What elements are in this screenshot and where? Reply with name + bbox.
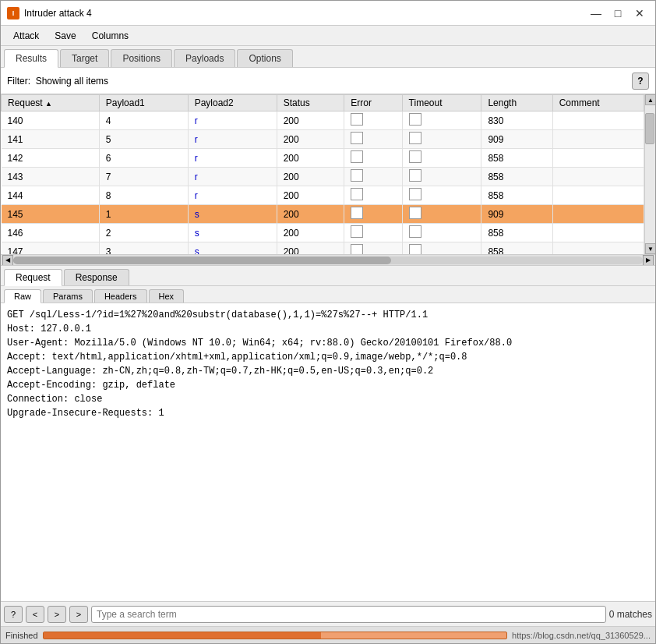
- table-cell-7: [552, 149, 644, 168]
- results-table-section: Request ▲ Payload1 Payload2 Status Error…: [1, 94, 655, 266]
- content-line: Upgrade-Insecure-Requests: 1: [7, 406, 649, 420]
- table-row[interactable]: 1415r200909: [2, 130, 644, 149]
- col-payload2[interactable]: Payload2: [188, 95, 277, 111]
- table-cell-2: r: [188, 149, 277, 168]
- tab-positions[interactable]: Positions: [111, 49, 172, 67]
- col-error[interactable]: Error: [344, 95, 402, 111]
- col-status[interactable]: Status: [277, 95, 344, 111]
- subtab-request[interactable]: Request: [4, 269, 62, 286]
- search-bar: ? < > > 0 matches: [1, 601, 655, 626]
- h-scroll-track[interactable]: [13, 257, 643, 264]
- status-text: Finished: [5, 631, 38, 640]
- progress-bar: [43, 632, 507, 639]
- table-cell-1: 1: [99, 205, 188, 224]
- filter-bar: Filter: Showing all items ?: [1, 68, 655, 94]
- filter-label: Filter: Showing all items: [7, 76, 108, 87]
- col-payload1[interactable]: Payload1: [99, 95, 188, 111]
- table-vertical-scrollbar[interactable]: ▲ ▼: [644, 94, 655, 254]
- results-table: Request ▲ Payload1 Payload2 Status Error…: [1, 94, 644, 254]
- table-row[interactable]: 1426r200858: [2, 149, 644, 168]
- tab-target[interactable]: Target: [60, 49, 109, 67]
- table-row[interactable]: 1462s200858: [2, 224, 644, 242]
- table-cell-7: [552, 242, 644, 255]
- window-title: Intruder attack 4: [24, 8, 92, 19]
- scroll-right-arrow[interactable]: ▶: [643, 255, 654, 266]
- table-cell-5: [402, 242, 481, 255]
- menu-save[interactable]: Save: [48, 29, 82, 43]
- content-line: Accept-Language: zh-CN,zh;q=0.8,zh-TW;q=…: [7, 364, 649, 378]
- inner-tab-headers[interactable]: Headers: [94, 289, 147, 303]
- table-cell-0: 145: [2, 205, 100, 224]
- inner-tab-hex[interactable]: Hex: [149, 289, 185, 303]
- table-cell-4: [344, 130, 402, 149]
- table-cell-6: 909: [481, 205, 552, 224]
- table-cell-1: 2: [99, 224, 188, 242]
- col-request[interactable]: Request ▲: [2, 95, 100, 111]
- table-cell-6: 858: [481, 224, 552, 242]
- scroll-up-arrow[interactable]: ▲: [645, 94, 655, 105]
- next-match-button[interactable]: >: [48, 606, 66, 623]
- scroll-thumb[interactable]: [645, 113, 654, 144]
- h-scroll-thumb[interactable]: [13, 257, 391, 264]
- inner-tab-params[interactable]: Params: [43, 289, 93, 303]
- app-icon: I: [7, 7, 19, 19]
- table-cell-7: [552, 224, 644, 242]
- table-row[interactable]: 1473s200858: [2, 242, 644, 255]
- table-cell-2: r: [188, 168, 277, 186]
- table-cell-6: 858: [481, 168, 552, 186]
- table-cell-2: s: [188, 224, 277, 242]
- table-cell-4: [344, 205, 402, 224]
- table-cell-5: [402, 205, 481, 224]
- inner-tab-raw[interactable]: Raw: [4, 289, 41, 303]
- table-row[interactable]: 1448r200858: [2, 186, 644, 205]
- scroll-track[interactable]: [645, 105, 655, 243]
- tab-options[interactable]: Options: [237, 49, 292, 67]
- table-cell-0: 141: [2, 130, 100, 149]
- table-cell-5: [402, 149, 481, 168]
- content-line: Accept-Encoding: gzip, deflate: [7, 378, 649, 392]
- search-input[interactable]: [91, 606, 606, 623]
- subtab-response[interactable]: Response: [64, 269, 129, 285]
- filter-help-button[interactable]: ?: [632, 73, 649, 90]
- tab-payloads[interactable]: Payloads: [174, 49, 235, 67]
- table-cell-1: 8: [99, 186, 188, 205]
- table-row[interactable]: 1404r200830: [2, 111, 644, 130]
- menu-attack[interactable]: Attack: [7, 29, 45, 43]
- tab-results[interactable]: Results: [4, 49, 58, 68]
- table-horizontal-scrollbar[interactable]: ◀ ▶: [1, 254, 655, 265]
- last-match-button[interactable]: >: [69, 606, 88, 623]
- scroll-down-arrow[interactable]: ▼: [645, 243, 655, 254]
- table-row[interactable]: 1451s200909: [2, 205, 644, 224]
- table-cell-5: [402, 186, 481, 205]
- table-cell-1: 6: [99, 149, 188, 168]
- table-cell-1: 4: [99, 111, 188, 130]
- table-cell-3: 200: [277, 130, 344, 149]
- menu-bar: Attack Save Columns: [1, 26, 655, 46]
- table-with-scrollbar: Request ▲ Payload1 Payload2 Status Error…: [1, 94, 655, 254]
- title-bar-left: I Intruder attack 4: [7, 7, 92, 19]
- col-comment[interactable]: Comment: [552, 95, 644, 111]
- request-response-tabs: Request Response: [1, 266, 655, 286]
- table-cell-0: 140: [2, 111, 100, 130]
- table-cell-6: 830: [481, 111, 552, 130]
- table-cell-4: [344, 186, 402, 205]
- maximize-button[interactable]: □: [608, 5, 627, 21]
- scroll-left-arrow[interactable]: ◀: [2, 255, 13, 266]
- prev-match-button[interactable]: <: [26, 606, 44, 623]
- content-line: Accept: text/html,application/xhtml+xml,…: [7, 350, 649, 364]
- close-button[interactable]: ✕: [630, 5, 649, 21]
- col-length[interactable]: Length: [481, 95, 552, 111]
- table-cell-2: r: [188, 130, 277, 149]
- search-help-button[interactable]: ?: [4, 606, 23, 623]
- minimize-button[interactable]: —: [587, 5, 605, 21]
- table-cell-0: 143: [2, 168, 100, 186]
- menu-columns[interactable]: Columns: [86, 29, 135, 43]
- table-cell-1: 7: [99, 168, 188, 186]
- table-cell-3: 200: [277, 205, 344, 224]
- table-cell-3: 200: [277, 242, 344, 255]
- table-cell-3: 200: [277, 186, 344, 205]
- table-row[interactable]: 1437r200858: [2, 168, 644, 186]
- table-wrapper[interactable]: Request ▲ Payload1 Payload2 Status Error…: [1, 94, 644, 254]
- col-timeout[interactable]: Timeout: [402, 95, 481, 111]
- table-cell-3: 200: [277, 168, 344, 186]
